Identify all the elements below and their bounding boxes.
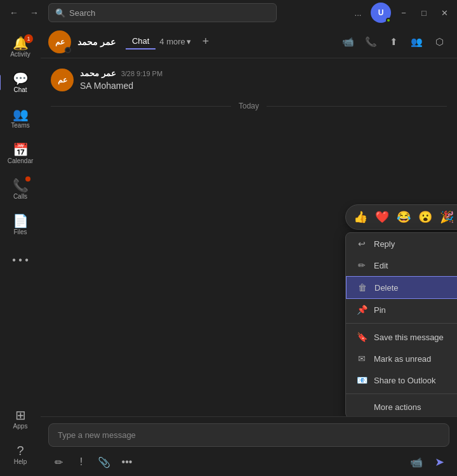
- message-author: عمر محمد: [80, 69, 116, 78]
- separator-2: [346, 393, 457, 394]
- send-button[interactable]: ➤: [429, 452, 449, 472]
- message-timestamp: 3/28 9:19 PM: [121, 70, 162, 77]
- forward-button[interactable]: →: [25, 4, 43, 22]
- unread-label: Mark as unread: [374, 354, 431, 364]
- sidebar-label-chat: Chat: [13, 86, 27, 93]
- apps-icon: ⊞: [15, 409, 26, 421]
- more-options-button[interactable]: ...: [350, 5, 366, 20]
- reaction-heart[interactable]: ❤️: [373, 208, 392, 227]
- chat-header: عم عمر محمد Chat 4 more ▾ + 📹 📞 ⬆ 👥 ⬡: [41, 25, 457, 58]
- help-icon: ?: [17, 444, 23, 457]
- apps-button[interactable]: ⬡: [429, 32, 449, 52]
- more-actions-label: More actions: [374, 402, 421, 412]
- sidebar-item-calendar[interactable]: 📅 Calendar: [4, 137, 37, 170]
- sidebar-label-activity: Activity: [10, 51, 30, 58]
- title-bar: ← → 🔍 Search ... U − □ ✕: [0, 0, 457, 25]
- share-screen-button[interactable]: ⬆: [383, 32, 404, 52]
- tab-more-label: 4 more: [159, 37, 185, 46]
- more-icon: • • •: [12, 255, 29, 265]
- chat-user-name: عمر محمد: [77, 37, 116, 47]
- reply-icon: ↩: [356, 239, 368, 249]
- context-menu-share-outlook[interactable]: 📧 Share to Outlook: [346, 369, 457, 391]
- content-area: عم عمر محمد Chat 4 more ▾ + 📹 📞 ⬆ 👥 ⬡: [41, 25, 457, 476]
- divider-line-left: [51, 106, 231, 107]
- close-button[interactable]: ✕: [437, 5, 452, 20]
- search-bar[interactable]: 🔍 Search: [48, 3, 277, 22]
- reaction-thumbsup[interactable]: 👍: [351, 208, 370, 227]
- reaction-wow[interactable]: 😮: [416, 208, 435, 227]
- sidebar-label-files: Files: [13, 228, 27, 235]
- urgent-button[interactable]: !: [71, 452, 91, 472]
- sidebar-item-more[interactable]: • • •: [4, 244, 37, 277]
- edit-icon: ✏: [356, 260, 368, 270]
- reactions-bar: 👍 ❤️ 😂 😮 🎉 •••: [345, 204, 457, 230]
- share-outlook-label: Share to Outlook: [374, 376, 436, 385]
- sidebar: 🔔 Activity 1 💬 Chat 👥 Teams 📅 Calendar 📞…: [0, 25, 41, 476]
- toolbar-more-button[interactable]: •••: [117, 452, 137, 472]
- sidebar-label-calendar: Calendar: [8, 157, 34, 164]
- save-icon: 🔖: [356, 332, 368, 342]
- search-icon: 🔍: [55, 8, 65, 18]
- meet-now-button[interactable]: 📹: [406, 452, 427, 472]
- add-tab-button[interactable]: +: [200, 35, 212, 48]
- context-menu-delete[interactable]: 🗑 Delete: [346, 276, 457, 299]
- sidebar-item-activity[interactable]: 🔔 Activity 1: [4, 30, 37, 63]
- context-menu: ↩ Reply ✏ Edit 🗑 Delete 📌 Pin: [345, 232, 457, 416]
- chat-icon: 💬: [13, 72, 29, 85]
- sidebar-item-chat[interactable]: 💬 Chat: [4, 66, 37, 99]
- context-menu-reply[interactable]: ↩ Reply: [346, 233, 457, 255]
- activity-badge: 1: [24, 34, 33, 43]
- participants-button[interactable]: 👥: [406, 32, 427, 52]
- video-call-button[interactable]: 📹: [338, 32, 358, 52]
- date-divider: Today: [51, 102, 447, 110]
- date-divider-label: Today: [239, 102, 259, 110]
- tab-chat[interactable]: Chat: [126, 34, 156, 50]
- files-icon: 📄: [13, 215, 29, 227]
- sidebar-item-calls[interactable]: 📞 Calls: [4, 173, 37, 206]
- sidebar-label-apps: Apps: [13, 423, 28, 430]
- chat-avatar: عم: [48, 30, 71, 53]
- user-avatar[interactable]: U: [371, 3, 391, 23]
- calls-badge-dot: [25, 176, 30, 182]
- back-button[interactable]: ←: [5, 4, 23, 22]
- nav-buttons: ← →: [5, 4, 43, 22]
- search-placeholder: Search: [69, 8, 95, 18]
- context-overlay: 👍 ❤️ 😂 😮 🎉 ••• ↩ Reply ✏ Edit: [345, 204, 457, 416]
- sidebar-label-help: Help: [14, 458, 27, 465]
- context-menu-edit[interactable]: ✏ Edit: [346, 255, 457, 276]
- delete-label: Delete: [374, 283, 399, 293]
- reaction-party[interactable]: 🎉: [437, 208, 456, 227]
- main-layout: 🔔 Activity 1 💬 Chat 👥 Teams 📅 Calendar 📞…: [0, 25, 457, 476]
- context-menu-unread[interactable]: ✉ Mark as unread: [346, 348, 457, 369]
- chat-avatar-status: [65, 47, 71, 53]
- attach-button[interactable]: 📎: [94, 452, 114, 472]
- tab-more[interactable]: 4 more ▾: [157, 34, 193, 49]
- minimize-button[interactable]: −: [396, 5, 411, 20]
- message-text: SA Mohamed: [80, 81, 447, 91]
- sidebar-label-calls: Calls: [13, 193, 27, 200]
- audio-call-button[interactable]: 📞: [361, 32, 381, 52]
- message-input[interactable]: Type a new message: [48, 423, 449, 447]
- message-content: عمر محمد 3/28 9:19 PM SA Mohamed: [80, 69, 447, 91]
- maximize-button[interactable]: □: [416, 5, 432, 20]
- pin-label: Pin: [374, 305, 386, 315]
- sidebar-item-help[interactable]: ? Help: [4, 438, 37, 471]
- title-bar-right: ... U − □ ✕: [350, 3, 452, 23]
- sidebar-item-files[interactable]: 📄 Files: [4, 208, 37, 241]
- chat-avatar-initials: عم: [55, 37, 65, 46]
- reaction-laugh[interactable]: 😂: [394, 208, 413, 227]
- edit-label: Edit: [374, 261, 388, 270]
- sidebar-item-teams[interactable]: 👥 Teams: [4, 102, 37, 135]
- context-menu-save[interactable]: 🔖 Save this message: [346, 326, 457, 348]
- sidebar-label-teams: Teams: [11, 122, 29, 129]
- chat-tabs: Chat 4 more ▾: [126, 34, 194, 50]
- context-menu-more-actions[interactable]: More actions ›: [346, 397, 457, 416]
- context-menu-pin[interactable]: 📌 Pin: [346, 299, 457, 321]
- share-outlook-icon: 📧: [356, 375, 368, 385]
- pin-icon: 📌: [356, 305, 368, 315]
- save-label: Save this message: [374, 333, 444, 342]
- message-group: عم عمر محمد 3/28 9:19 PM SA Mohamed: [51, 69, 447, 91]
- chevron-down-icon: ▾: [187, 37, 191, 46]
- sidebar-item-apps[interactable]: ⊞ Apps: [4, 402, 37, 435]
- format-button[interactable]: ✏: [48, 452, 69, 472]
